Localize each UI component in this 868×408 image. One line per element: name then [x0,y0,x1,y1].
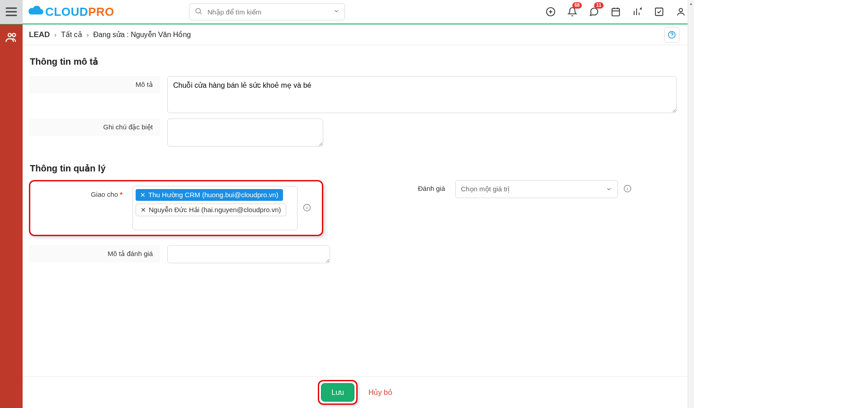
logo[interactable]: CLOUDPRO [27,5,114,19]
hamburger-icon [5,7,17,16]
chart-icon [632,7,642,17]
messages-button[interactable]: 11 [589,7,599,17]
user-icon [676,7,686,17]
svg-rect-15 [656,8,663,16]
left-rail [0,24,23,408]
assign-annotation: Giao cho ✕ Thu Hường CRM (huong.bui@clou… [29,180,323,236]
topbar: CLOUDPRO 68 11 [0,0,694,24]
label-rating-desc: Mô tả đánh giá [29,245,160,262]
add-button[interactable] [546,7,556,17]
label-rating: Đánh giá [362,180,453,198]
breadcrumb: LEAD › Tất cả › Đang sửa : Nguyễn Văn Hồ… [23,24,688,45]
menu-toggle[interactable] [0,0,23,24]
search-icon [194,7,203,17]
help-button[interactable] [664,27,679,43]
remove-tag-icon[interactable]: ✕ [140,191,146,199]
calendar-button[interactable] [611,7,621,17]
breadcrumb-root[interactable]: LEAD [29,30,50,39]
breadcrumb-level1[interactable]: Tất cả [61,30,82,39]
assignee-tag[interactable]: ✕ Nguyễn Đức Hải (hai.nguyen@cloudpro.vn… [136,204,286,216]
window-scrollbar[interactable]: ▴ [688,0,694,408]
reports-button[interactable] [632,7,642,17]
global-search [189,3,345,20]
rating-select[interactable]: Chọn một giá trị [455,180,618,198]
svg-point-16 [679,9,682,12]
assignee-label: Thu Hường CRM (huong.bui@cloudpro.vn) [148,191,278,199]
svg-line-4 [200,13,201,14]
section-mgmt-title: Thông tin quản lý [30,163,681,174]
cancel-button[interactable]: Hủy bỏ [368,388,392,397]
section-desc-title: Thông tin mô tả [30,56,681,67]
section-mgmt: Giao cho ✕ Thu Hường CRM (huong.bui@clou… [29,180,681,266]
save-annotation: Lưu [318,380,358,405]
info-icon[interactable] [623,185,632,194]
assign-to-input[interactable]: ✕ Thu Hường CRM (huong.bui@cloudpro.vn) … [132,186,297,230]
label-assign-to: Giao cho [30,186,130,203]
assignee-label: Nguyễn Đức Hải (hai.nguyen@cloudpro.vn) [149,206,281,214]
svg-point-3 [196,9,201,14]
page-body: LEAD › Tất cả › Đang sửa : Nguyễn Văn Hồ… [23,24,688,408]
messages-badge: 11 [594,2,604,9]
remove-tag-icon[interactable]: ✕ [141,206,146,213]
check-square-icon [654,7,664,17]
notifications-button[interactable]: 68 [567,7,577,17]
chevron-right-icon: › [87,31,89,38]
question-icon [668,31,676,39]
save-bar: Lưu Hủy bỏ [23,376,688,408]
cloud-icon [27,5,44,18]
assignee-tag[interactable]: ✕ Thu Hường CRM (huong.bui@cloudpro.vn) [136,189,283,201]
chevron-down-icon[interactable] [333,8,340,16]
svg-point-18 [12,33,15,37]
rail-leads[interactable] [5,31,18,45]
calendar-icon [611,7,621,17]
scroll-up-icon[interactable]: ▴ [688,0,694,6]
chevron-down-icon [606,186,612,192]
label-description: Mô tả [29,76,160,93]
chevron-right-icon: › [54,31,57,38]
description-textarea[interactable] [167,76,677,113]
section-desc: Mô tả Ghi chú đặc biệt [29,73,681,149]
special-note-textarea[interactable] [167,119,323,147]
search-input[interactable] [189,3,345,20]
rating-placeholder: Chọn một giá trị [461,185,510,193]
tasks-button[interactable] [654,7,664,17]
notifications-badge: 68 [572,2,582,9]
label-special-note: Ghi chú đặc biệt [29,119,160,136]
logo-text: CLOUDPRO [45,5,114,19]
svg-rect-8 [612,9,620,16]
people-icon [5,31,18,43]
svg-point-17 [8,33,11,37]
save-button[interactable]: Lưu [321,383,354,402]
rating-desc-textarea[interactable] [167,245,330,263]
info-icon[interactable] [303,204,311,213]
breadcrumb-level2: Đang sửa : Nguyễn Văn Hồng [93,30,191,39]
topbar-actions: 68 11 [546,7,689,17]
form-scroll[interactable]: Thông tin mô tả Mô tả Ghi chú đặc biệt T… [23,45,688,376]
profile-button[interactable] [676,7,686,17]
